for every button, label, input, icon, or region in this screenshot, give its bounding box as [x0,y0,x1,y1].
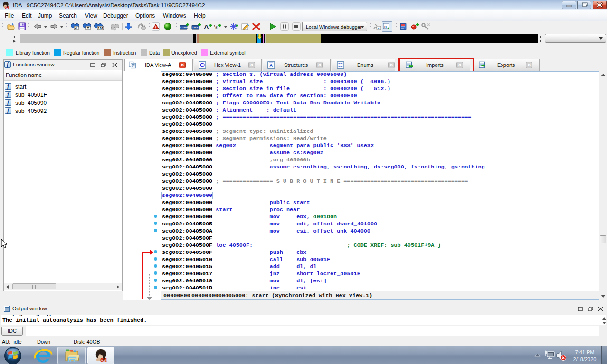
svg-text:A: A [269,63,273,68]
svg-text:64: 64 [100,356,107,364]
svg-text:#: # [75,26,77,30]
svg-text:101: 101 [98,27,104,30]
svg-text:'s: 's [214,24,218,30]
svg-text:64: 64 [5,5,9,9]
svg-text:c: c [378,26,379,30]
svg-text:DATA: DATA [193,26,200,29]
svg-text:CODE: CODE [180,26,189,29]
svg-text:A: A [204,23,209,31]
svg-text:c: c [384,24,387,29]
svg-text:T: T [87,26,89,30]
